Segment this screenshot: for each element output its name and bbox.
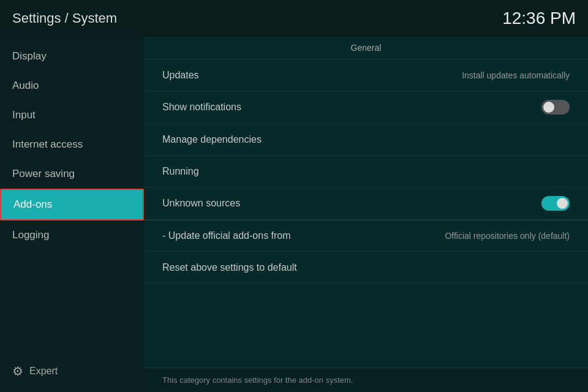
sidebar-item-input[interactable]: Input xyxy=(0,100,144,130)
row-label-running: Running xyxy=(162,166,199,177)
settings-row-updates[interactable]: Updates Install updates automatically xyxy=(144,59,588,91)
sidebar: Display Audio Input Internet access Powe… xyxy=(0,37,144,392)
gear-icon: ⚙ xyxy=(12,364,23,379)
section-header-general: General xyxy=(144,37,588,59)
clock: 12:36 PM xyxy=(502,9,576,28)
sidebar-item-internet-access[interactable]: Internet access xyxy=(0,130,144,159)
sidebar-item-power-saving[interactable]: Power saving xyxy=(0,159,144,189)
settings-row-update-official-addons[interactable]: - Update official add-ons from Official … xyxy=(144,220,588,252)
settings-row-show-notifications[interactable]: Show notifications xyxy=(144,91,588,124)
row-label-manage-dependencies: Manage dependencies xyxy=(162,134,262,145)
settings-row-manage-dependencies[interactable]: Manage dependencies xyxy=(144,124,588,156)
main-layout: Display Audio Input Internet access Powe… xyxy=(0,37,588,392)
row-label-reset-settings: Reset above settings to default xyxy=(162,262,297,273)
row-label-unknown-sources: Unknown sources xyxy=(162,198,240,209)
row-label-updates: Updates xyxy=(162,70,199,81)
page-title: Settings / System xyxy=(12,10,117,26)
settings-row-unknown-sources[interactable]: Unknown sources xyxy=(144,187,588,220)
sidebar-item-display[interactable]: Display xyxy=(0,42,144,71)
sidebar-item-logging[interactable]: Logging xyxy=(0,221,144,250)
sidebar-footer-expert[interactable]: ⚙ Expert xyxy=(0,355,144,387)
settings-row-reset-settings[interactable]: Reset above settings to default xyxy=(144,252,588,284)
settings-row-running[interactable]: Running xyxy=(144,156,588,187)
toggle-knob xyxy=(543,102,554,113)
toggle-knob-unknown-sources xyxy=(557,198,568,209)
row-value-update-official-addons: Official repositories only (default) xyxy=(445,231,570,241)
settings-panel: General Updates Install updates automati… xyxy=(144,37,588,368)
row-value-updates: Install updates automatically xyxy=(462,70,570,80)
toggle-show-notifications[interactable] xyxy=(541,100,570,115)
content-area: General Updates Install updates automati… xyxy=(144,37,588,392)
row-label-update-official-addons: - Update official add-ons from xyxy=(162,230,291,241)
toggle-unknown-sources[interactable] xyxy=(541,196,570,211)
sidebar-item-add-ons[interactable]: Add-ons xyxy=(0,189,144,221)
sidebar-item-audio[interactable]: Audio xyxy=(0,71,144,100)
row-label-show-notifications: Show notifications xyxy=(162,102,241,113)
header: Settings / System 12:36 PM xyxy=(0,0,588,37)
content-footer-description: This category contains settings for the … xyxy=(144,368,588,392)
